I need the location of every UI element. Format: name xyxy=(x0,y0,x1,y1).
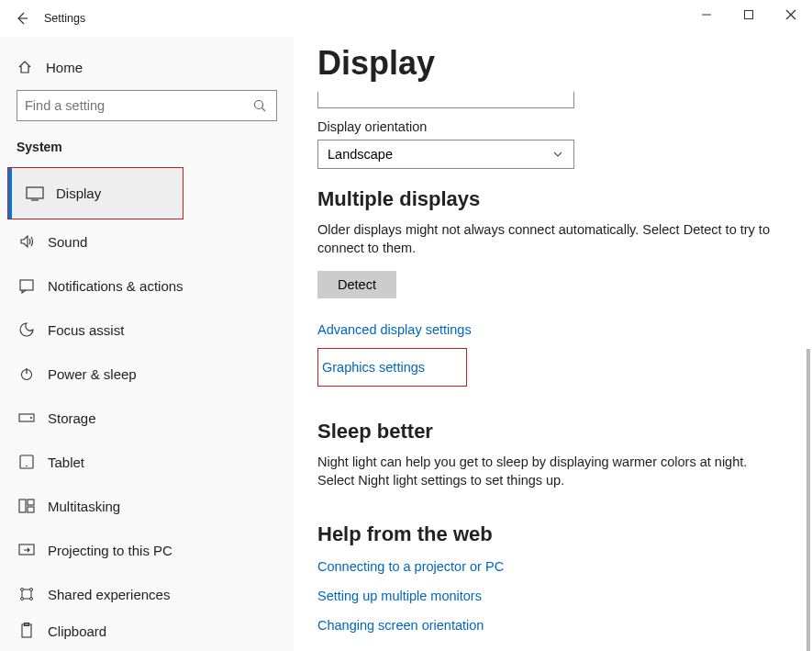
sidebar-item-label: Power & sleep xyxy=(48,366,137,382)
multiple-displays-desc: Older displays might not always connect … xyxy=(317,220,812,258)
svg-point-5 xyxy=(255,101,263,109)
help-heading: Help from the web xyxy=(317,522,812,546)
search-input-container[interactable] xyxy=(17,90,277,121)
sidebar: Home System Display Sound Notifications … xyxy=(0,37,294,651)
sidebar-item-label: Storage xyxy=(48,410,96,426)
svg-rect-16 xyxy=(19,499,26,512)
sidebar-item-clipboard[interactable]: Clipboard xyxy=(0,616,294,645)
svg-point-15 xyxy=(26,466,28,467)
sleep-better-heading: Sleep better xyxy=(317,420,812,443)
close-button[interactable] xyxy=(770,0,812,29)
window-title: Settings xyxy=(44,12,85,25)
sidebar-item-power-sleep[interactable]: Power & sleep xyxy=(0,352,294,396)
svg-rect-9 xyxy=(20,280,33,290)
sidebar-item-tablet[interactable]: Tablet xyxy=(0,440,294,484)
help-link-monitors[interactable]: Setting up multiple monitors xyxy=(317,589,482,603)
svg-point-22 xyxy=(21,598,24,600)
home-icon xyxy=(17,59,37,75)
sidebar-item-display[interactable]: Display xyxy=(8,168,183,219)
orientation-label: Display orientation xyxy=(317,119,812,134)
chevron-down-icon xyxy=(551,148,564,161)
focus-assist-icon xyxy=(17,321,37,338)
multitasking-icon xyxy=(17,499,37,513)
clipboard-icon xyxy=(17,623,37,639)
search-input[interactable] xyxy=(25,98,269,113)
sidebar-item-label: Notifications & actions xyxy=(48,278,184,294)
sidebar-item-sound[interactable]: Sound xyxy=(0,219,294,264)
svg-line-6 xyxy=(262,108,266,112)
orientation-value: Landscape xyxy=(328,147,393,162)
help-link-orientation[interactable]: Changing screen orientation xyxy=(317,618,484,633)
truncated-dropdown[interactable] xyxy=(317,92,574,108)
maximize-button[interactable] xyxy=(728,0,770,29)
scrollbar[interactable] xyxy=(806,349,810,651)
svg-rect-7 xyxy=(27,187,43,198)
sidebar-item-projecting[interactable]: Projecting to this PC xyxy=(0,528,294,572)
category-heading: System xyxy=(0,140,294,167)
sidebar-item-label: Multitasking xyxy=(48,499,120,514)
svg-point-20 xyxy=(21,589,24,591)
sidebar-item-label: Clipboard xyxy=(48,623,106,639)
display-icon xyxy=(25,186,45,201)
minimize-button[interactable] xyxy=(685,0,728,29)
home-link[interactable]: Home xyxy=(0,53,294,90)
svg-rect-17 xyxy=(28,499,34,505)
sidebar-item-label: Focus assist xyxy=(48,322,124,338)
svg-rect-2 xyxy=(745,11,753,19)
power-icon xyxy=(17,365,37,382)
content-area: Display Display orientation Landscape Mu… xyxy=(294,37,812,651)
sidebar-item-focus-assist[interactable]: Focus assist xyxy=(0,308,294,352)
svg-rect-24 xyxy=(22,624,31,637)
tablet-icon xyxy=(17,455,37,469)
svg-point-21 xyxy=(30,589,33,591)
orientation-dropdown[interactable]: Landscape xyxy=(317,140,574,169)
help-link-projector[interactable]: Connecting to a projector or PC xyxy=(317,559,504,574)
sidebar-item-label: Sound xyxy=(48,234,87,250)
shared-icon xyxy=(17,586,37,602)
graphics-settings-link[interactable]: Graphics settings xyxy=(322,360,425,375)
back-button[interactable] xyxy=(7,4,37,33)
svg-rect-18 xyxy=(28,507,34,512)
svg-point-13 xyxy=(30,417,32,419)
sidebar-item-label: Display xyxy=(56,185,101,201)
projecting-icon xyxy=(17,543,37,557)
sidebar-item-label: Tablet xyxy=(48,455,84,470)
sound-icon xyxy=(17,233,37,250)
home-label: Home xyxy=(46,60,83,75)
search-icon xyxy=(252,98,267,113)
sidebar-item-multitasking[interactable]: Multitasking xyxy=(0,484,294,528)
svg-point-23 xyxy=(30,598,33,600)
sleep-better-desc: Night light can help you get to sleep by… xyxy=(317,453,776,490)
sidebar-item-shared-experiences[interactable]: Shared experiences xyxy=(0,572,294,616)
detect-button[interactable]: Detect xyxy=(317,271,396,298)
sidebar-item-label: Projecting to this PC xyxy=(48,543,172,558)
sidebar-item-label: Shared experiences xyxy=(48,587,170,602)
advanced-display-link[interactable]: Advanced display settings xyxy=(317,322,472,337)
sidebar-item-storage[interactable]: Storage xyxy=(0,396,294,440)
multiple-displays-heading: Multiple displays xyxy=(317,187,812,211)
sidebar-item-notifications[interactable]: Notifications & actions xyxy=(0,264,294,308)
page-title: Display xyxy=(317,44,812,83)
notifications-icon xyxy=(17,277,37,294)
storage-icon xyxy=(17,411,37,424)
